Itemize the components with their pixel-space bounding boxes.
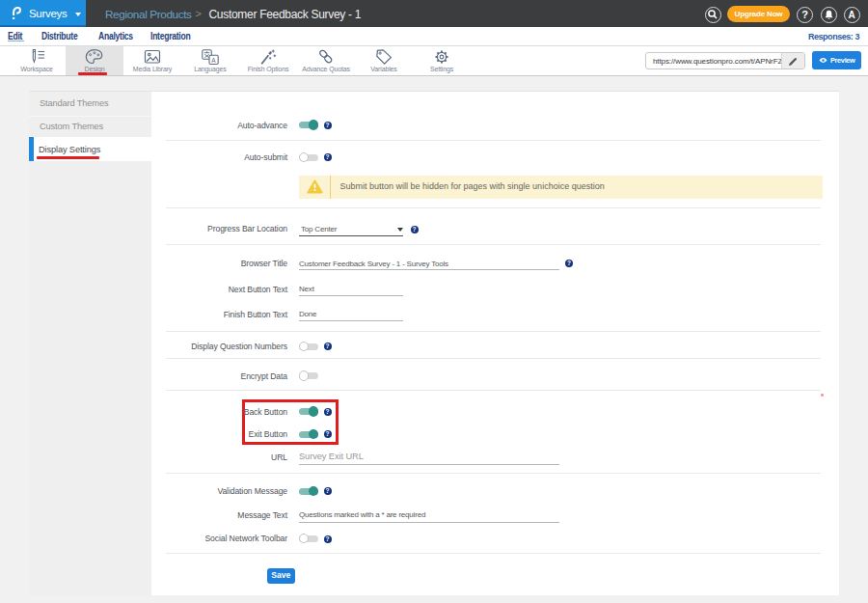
svg-text:A: A [211, 57, 216, 64]
